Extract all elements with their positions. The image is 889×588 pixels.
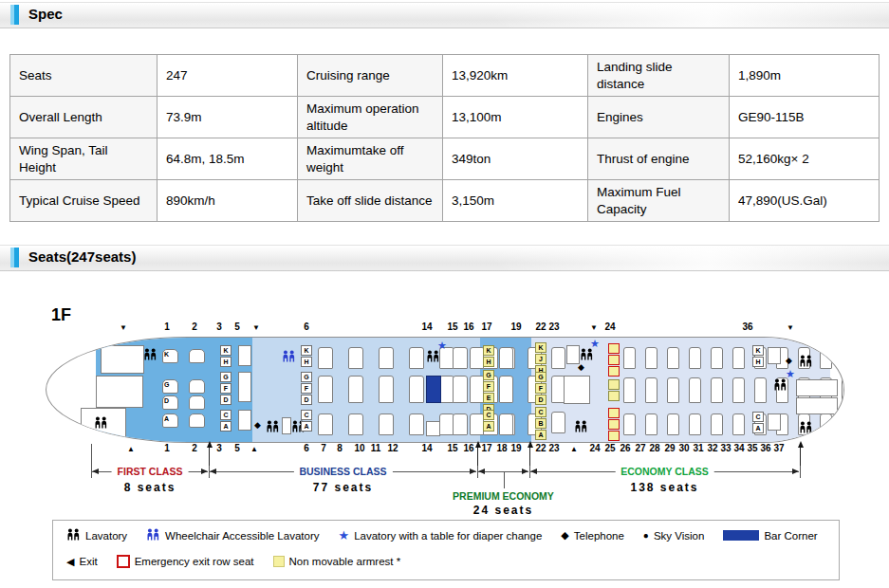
row-number: 12: [387, 443, 398, 453]
row-number: 31: [693, 443, 703, 453]
exit-icon: ◀: [66, 556, 74, 568]
seat: [318, 347, 333, 369]
row-number: 24: [589, 443, 600, 453]
galley-box: [238, 410, 251, 431]
seat-letter: H: [220, 357, 232, 367]
row-number: 35: [747, 443, 757, 453]
blue-accent-bar: [10, 248, 19, 267]
galley-box: [796, 397, 838, 414]
row-number: 5: [234, 443, 240, 453]
galley-box: [101, 345, 144, 374]
exit-triangle: ▼: [252, 323, 260, 332]
seat-letter-box: CA: [752, 412, 764, 433]
row-number: 2: [192, 443, 197, 453]
spec-header-bar: Spec: [0, 2, 889, 28]
seat: [409, 376, 424, 403]
spec-value: 13,920km: [443, 55, 588, 97]
seat: [551, 347, 565, 369]
galley-box: [796, 379, 838, 396]
seats-title: Seats(247seats): [28, 248, 136, 265]
galley-box: [564, 376, 590, 404]
spec-value: 890km/h: [157, 180, 298, 222]
header-swoosh-decoration: [491, 3, 889, 28]
spec-value: 73.9m: [157, 97, 298, 138]
seat-letter-label: K: [164, 351, 169, 358]
spec-value: 47,890(US.Gal): [730, 180, 880, 222]
wheelchair-lavatory-icon: [146, 528, 160, 542]
legend-label: Emergency exit row seat: [135, 556, 254, 567]
seat-letter: F: [301, 383, 312, 394]
seat-letter: J: [535, 354, 546, 364]
galley-box: [96, 376, 143, 408]
sky-vision-icon: ●: [643, 530, 649, 541]
exit-triangle: ▼: [120, 323, 127, 332]
seat-letter-box: GFD: [301, 372, 312, 405]
galley-box: [426, 421, 440, 436]
class-seat-count: 8 seats: [124, 481, 176, 494]
seat: [645, 377, 657, 403]
legend-item: ●Sky Vision: [643, 530, 705, 542]
seat: [348, 413, 363, 435]
seat-letter: A: [301, 421, 312, 432]
row-number: 30: [678, 443, 689, 453]
row-number: 19: [510, 322, 521, 332]
seat-letter: K: [752, 345, 764, 356]
row-number: 10: [354, 443, 364, 453]
class-label: FIRST CLASS: [112, 466, 189, 477]
row-number: 15: [447, 443, 457, 453]
seat-letter: K: [301, 345, 312, 356]
seat-letter: D: [301, 395, 312, 405]
row-number: 1: [164, 443, 170, 453]
exit-triangle: ▼: [590, 323, 598, 332]
row-number: 36: [760, 443, 770, 453]
legend-item: ◆Telephone: [561, 529, 624, 542]
row-number: 2: [192, 322, 197, 332]
bar-corner: [426, 376, 441, 403]
row-number: 33: [720, 443, 731, 453]
spec-label: Typical Cruise Speed: [10, 180, 157, 222]
legend-item: Lavatory: [66, 528, 127, 542]
spec-label: Landing slide distance: [588, 55, 730, 97]
label-tick: [504, 471, 505, 488]
seat: [667, 377, 679, 403]
legend-label: Sky Vision: [654, 530, 704, 542]
spec-label: Wing Span, Tail Height: [10, 138, 157, 180]
seat-letter: K: [535, 342, 546, 353]
seat: [732, 377, 745, 403]
row-number: 16: [463, 322, 473, 332]
boundary-arrow-head: [528, 441, 533, 448]
seat: [732, 413, 745, 435]
seat: [379, 413, 394, 435]
seat-letter: D: [535, 395, 546, 405]
seat-letter: [608, 408, 620, 418]
seat: [689, 377, 701, 403]
lavatory-icon: [799, 354, 813, 366]
dimension-arrow-left: [210, 469, 216, 474]
galley-box: [768, 413, 781, 431]
seat: [732, 347, 745, 369]
spec-label: Seats: [10, 55, 157, 97]
legend-item: ◀Exit: [66, 556, 98, 568]
legend-row: ◀ExitEmergency exit row seatNon movable …: [66, 555, 414, 568]
telephone-icon: ◆: [578, 363, 584, 372]
seat: [667, 347, 679, 369]
legend-item: Wheelchair Accessible Lavatory: [146, 528, 319, 542]
exit-triangle: ▲: [127, 445, 135, 453]
row-number: 23: [548, 322, 559, 332]
seat: [453, 413, 468, 435]
row-number: 26: [620, 443, 630, 453]
non-movable-armrest-seat: [608, 379, 620, 401]
seat-letter: G: [220, 372, 232, 382]
seat-letter-box: KH: [301, 345, 312, 367]
row-number: 22: [535, 322, 546, 332]
seat-letter-box: CA: [301, 410, 312, 432]
row-number: 34: [733, 443, 744, 453]
seats-header-bar: Seats(247seats): [0, 245, 889, 271]
first-class-seat: [189, 413, 205, 428]
row-number: 32: [707, 443, 717, 453]
spec-table: Seats247Cruising range13,920kmLanding sl…: [9, 54, 880, 222]
legend-label: Wheelchair Accessible Lavatory: [165, 530, 319, 542]
spec-label: Maximum Fuel Capacity: [588, 180, 730, 222]
dimension-end-tick: [209, 466, 210, 478]
seat: [379, 347, 394, 369]
